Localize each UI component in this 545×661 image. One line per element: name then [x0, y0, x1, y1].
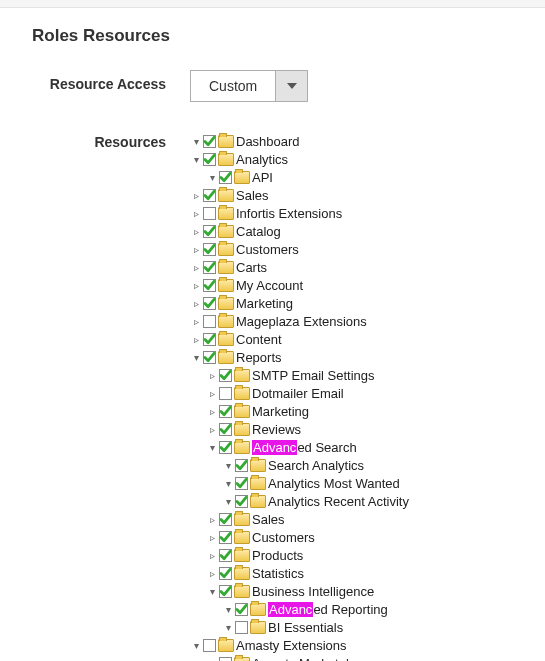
- tree-toggle[interactable]: ▹: [206, 532, 218, 543]
- tree-label[interactable]: Analytics Most Wanted: [268, 476, 400, 491]
- tree-toggle[interactable]: ▾: [222, 604, 234, 615]
- tree-toggle[interactable]: ▾: [222, 478, 234, 489]
- tree-checkbox[interactable]: [235, 459, 248, 472]
- tree-toggle[interactable]: ▾: [190, 136, 202, 147]
- tree-toggle[interactable]: ▹: [190, 244, 202, 255]
- tree-toggle[interactable]: ▾: [222, 460, 234, 471]
- tree-toggle[interactable]: ▾: [206, 172, 218, 183]
- tree-checkbox[interactable]: [203, 315, 216, 328]
- tree-label[interactable]: My Account: [236, 278, 303, 293]
- tree-checkbox[interactable]: [203, 243, 216, 256]
- tree-label[interactable]: Advanced Search: [252, 440, 357, 455]
- tree-checkbox[interactable]: [219, 585, 232, 598]
- tree-toggle[interactable]: ▹: [206, 388, 218, 399]
- tree-toggle[interactable]: ▾: [190, 640, 202, 651]
- tree-label[interactable]: Content: [236, 332, 282, 347]
- tree-checkbox[interactable]: [203, 351, 216, 364]
- tree-checkbox[interactable]: [203, 225, 216, 238]
- tree-checkbox[interactable]: [203, 279, 216, 292]
- tree-label[interactable]: Mageplaza Extensions: [236, 314, 367, 329]
- tree-label[interactable]: Dotmailer Email: [252, 386, 344, 401]
- tree-toggle[interactable]: ▹: [190, 226, 202, 237]
- folder-icon: [218, 153, 234, 166]
- tree-toggle[interactable]: ▹: [206, 658, 218, 662]
- tree-label[interactable]: API: [252, 170, 273, 185]
- tree-checkbox[interactable]: [219, 423, 232, 436]
- chevron-down-icon: [275, 71, 307, 101]
- tree-checkbox[interactable]: [219, 171, 232, 184]
- tree-label[interactable]: Carts: [236, 260, 267, 275]
- tree-toggle[interactable]: ▹: [206, 406, 218, 417]
- tree-toggle[interactable]: ▾: [222, 496, 234, 507]
- tree-checkbox[interactable]: [219, 405, 232, 418]
- tree-label[interactable]: Dashboard: [236, 134, 300, 149]
- tree-checkbox[interactable]: [203, 153, 216, 166]
- tree-node: ▹SMTP Email Settings: [206, 366, 545, 384]
- tree-label[interactable]: Search Analytics: [268, 458, 364, 473]
- tree-label[interactable]: Business Intelligence: [252, 584, 374, 599]
- tree-label[interactable]: Amasty Marketplace: [252, 656, 370, 662]
- tree-checkbox[interactable]: [203, 639, 216, 652]
- tree-checkbox[interactable]: [219, 513, 232, 526]
- tree-label[interactable]: Statistics: [252, 566, 304, 581]
- tree-node: ▹Sales: [190, 186, 545, 204]
- tree-label[interactable]: Analytics: [236, 152, 288, 167]
- tree-toggle[interactable]: ▾: [222, 622, 234, 633]
- tree-checkbox[interactable]: [219, 387, 232, 400]
- tree-label[interactable]: Analytics Recent Activity: [268, 494, 409, 509]
- tree-toggle[interactable]: ▹: [190, 280, 202, 291]
- tree-toggle[interactable]: ▹: [190, 334, 202, 345]
- tree-node: ▹Mageplaza Extensions: [190, 312, 545, 330]
- tree-checkbox[interactable]: [235, 495, 248, 508]
- tree-toggle[interactable]: ▹: [190, 190, 202, 201]
- tree-toggle[interactable]: ▹: [206, 514, 218, 525]
- tree-toggle[interactable]: ▹: [190, 208, 202, 219]
- tree-checkbox[interactable]: [203, 297, 216, 310]
- tree-label[interactable]: Sales: [252, 512, 285, 527]
- tree-checkbox[interactable]: [219, 657, 232, 662]
- tree-checkbox[interactable]: [203, 135, 216, 148]
- tree-label[interactable]: Products: [252, 548, 303, 563]
- tree-toggle[interactable]: ▹: [206, 424, 218, 435]
- tree-toggle[interactable]: ▾: [206, 442, 218, 453]
- tree-label[interactable]: BI Essentials: [268, 620, 343, 635]
- tree-label[interactable]: Catalog: [236, 224, 281, 239]
- tree-label[interactable]: SMTP Email Settings: [252, 368, 375, 383]
- tree-toggle[interactable]: ▾: [190, 352, 202, 363]
- tree-toggle[interactable]: ▹: [190, 298, 202, 309]
- tree-label[interactable]: Reports: [236, 350, 282, 365]
- tree-checkbox[interactable]: [203, 189, 216, 202]
- tree-checkbox[interactable]: [203, 261, 216, 274]
- resource-access-select[interactable]: Custom: [190, 70, 308, 102]
- tree-checkbox[interactable]: [219, 441, 232, 454]
- tree-label[interactable]: Amasty Extensions: [236, 638, 347, 653]
- folder-icon: [234, 549, 250, 562]
- tree-label[interactable]: Customers: [236, 242, 299, 257]
- tree-checkbox[interactable]: [235, 603, 248, 616]
- tree-toggle[interactable]: ▾: [190, 154, 202, 165]
- folder-icon: [250, 459, 266, 472]
- tree-checkbox[interactable]: [219, 531, 232, 544]
- tree-toggle[interactable]: ▾: [206, 586, 218, 597]
- tree-checkbox[interactable]: [219, 369, 232, 382]
- tree-toggle[interactable]: ▹: [190, 316, 202, 327]
- folder-icon: [218, 225, 234, 238]
- tree-checkbox[interactable]: [235, 621, 248, 634]
- tree-label[interactable]: Advanced Reporting: [268, 602, 388, 617]
- tree-checkbox[interactable]: [203, 333, 216, 346]
- tree-label[interactable]: Reviews: [252, 422, 301, 437]
- tree-label[interactable]: Infortis Extensions: [236, 206, 342, 221]
- tree-checkbox[interactable]: [219, 567, 232, 580]
- tree-toggle[interactable]: ▹: [206, 568, 218, 579]
- tree-label[interactable]: Customers: [252, 530, 315, 545]
- tree-checkbox[interactable]: [235, 477, 248, 490]
- tree-label[interactable]: Sales: [236, 188, 269, 203]
- tree-toggle[interactable]: ▹: [190, 262, 202, 273]
- tree-toggle[interactable]: ▹: [206, 370, 218, 381]
- tree-label[interactable]: Marketing: [252, 404, 309, 419]
- tree-checkbox[interactable]: [203, 207, 216, 220]
- tree-label[interactable]: Marketing: [236, 296, 293, 311]
- folder-icon: [234, 423, 250, 436]
- tree-checkbox[interactable]: [219, 549, 232, 562]
- tree-toggle[interactable]: ▹: [206, 550, 218, 561]
